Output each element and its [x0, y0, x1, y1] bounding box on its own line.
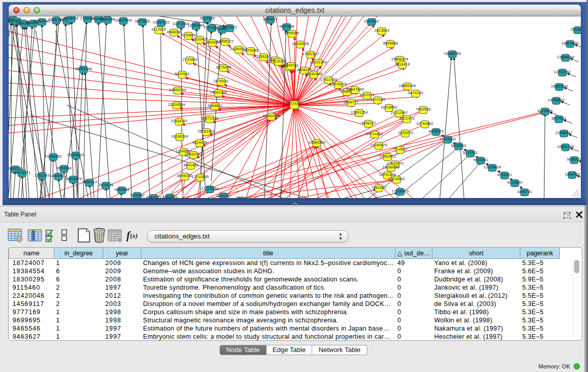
svg-text:18196204: 18196204: [171, 134, 188, 139]
svg-text:3484601: 3484601: [207, 103, 222, 108]
svg-text:23182845: 23182845: [305, 72, 322, 76]
svg-text:15171716: 15171716: [201, 116, 218, 121]
svg-text:8835373: 8835373: [428, 129, 443, 134]
svg-text:24002180: 24002180: [210, 90, 227, 95]
svg-text:8434500: 8434500: [507, 180, 522, 185]
svg-text:9517485: 9517485: [200, 16, 214, 20]
svg-text:21534287: 21534287: [170, 119, 187, 123]
svg-text:15188935: 15188935: [382, 165, 399, 169]
svg-text:9997381: 9997381: [473, 158, 488, 162]
svg-text:1848731: 1848731: [517, 189, 532, 194]
svg-text:2876932: 2876932: [213, 79, 228, 83]
svg-text:22039534: 22039534: [168, 102, 185, 107]
svg-text:6692553: 6692553: [451, 143, 466, 148]
svg-text:17351517: 17351517: [302, 52, 319, 56]
svg-text:1954280: 1954280: [564, 172, 579, 177]
svg-text:13218542: 13218542: [388, 177, 405, 181]
svg-text:18647849: 18647849: [346, 87, 363, 92]
svg-text:7110622: 7110622: [393, 147, 408, 151]
svg-text:18300295: 18300295: [263, 114, 279, 118]
svg-text:15933742: 15933742: [185, 152, 202, 157]
svg-text:20454812: 20454812: [379, 154, 396, 159]
svg-text:16550190: 16550190: [551, 84, 568, 89]
svg-text:12762152: 12762152: [554, 70, 571, 74]
svg-text:10744682: 10744682: [416, 121, 433, 126]
svg-text:9436429: 9436429: [567, 157, 581, 162]
svg-text:14076817: 14076817: [232, 198, 249, 198]
svg-text:4117625: 4117625: [151, 27, 166, 32]
svg-text:7462506: 7462506: [416, 107, 430, 112]
svg-text:13586084: 13586084: [557, 55, 574, 59]
svg-text:21437202: 21437202: [153, 20, 169, 25]
svg-text:12710895: 12710895: [191, 174, 208, 179]
svg-text:6207974: 6207974: [359, 93, 374, 97]
svg-text:11818692: 11818692: [381, 105, 398, 110]
svg-text:6855396: 6855396: [284, 31, 299, 35]
svg-text:4841005: 4841005: [146, 195, 161, 198]
svg-text:16199635: 16199635: [292, 41, 309, 46]
svg-text:1028374: 1028374: [398, 130, 412, 135]
svg-text:14785687: 14785687: [548, 98, 564, 102]
svg-text:14569244: 14569244: [169, 87, 186, 92]
svg-text:18724007: 18724007: [286, 101, 302, 106]
svg-text:2813543: 2813543: [374, 28, 389, 33]
svg-text:13078418: 13078418: [484, 165, 500, 169]
svg-text:17411939: 17411939: [320, 77, 337, 82]
svg-text:4553384: 4553384: [56, 166, 71, 170]
svg-text:19384554: 19384554: [308, 140, 325, 145]
svg-text:6007072: 6007072: [222, 25, 237, 30]
svg-text:21068782: 21068782: [45, 154, 61, 159]
svg-text:6543670: 6543670: [162, 194, 177, 198]
svg-text:6596150: 6596150: [177, 173, 192, 178]
svg-text:3472189: 3472189: [370, 97, 385, 102]
svg-text:10841248: 10841248: [557, 144, 574, 149]
svg-text:2074176: 2074176: [98, 183, 113, 187]
svg-text:5171761: 5171761: [463, 150, 477, 155]
svg-text:7361002: 7361002: [371, 185, 386, 190]
svg-text:6049101: 6049101: [284, 63, 298, 68]
svg-text:8082668: 8082668: [100, 17, 115, 21]
svg-text:5977931: 5977931: [551, 116, 566, 121]
svg-text:4946066: 4946066: [166, 30, 181, 34]
svg-text:2161193: 2161193: [35, 173, 50, 178]
svg-text:19740679: 19740679: [370, 143, 387, 147]
svg-text:15866294: 15866294: [391, 57, 408, 61]
svg-text:8761611: 8761611: [497, 172, 512, 177]
svg-text:9897858: 9897858: [279, 24, 294, 29]
svg-text:17106470: 17106470: [391, 189, 408, 193]
svg-text:22279371: 22279371: [13, 170, 30, 175]
svg-text:16818496: 16818496: [561, 41, 578, 46]
svg-text:8321474: 8321474: [399, 116, 414, 121]
svg-text:9996207: 9996207: [361, 121, 376, 125]
svg-text:3030113: 3030113: [82, 180, 97, 184]
svg-text:9877065: 9877065: [135, 19, 149, 24]
svg-text:5641923: 5641923: [183, 163, 198, 167]
svg-text:24714262: 24714262: [366, 132, 383, 136]
svg-text:2087682: 2087682: [364, 19, 379, 24]
svg-text:5437001: 5437001: [175, 72, 189, 76]
svg-text:21223584: 21223584: [201, 186, 218, 191]
svg-text:3564217: 3564217: [263, 17, 277, 21]
svg-text:26053346: 26053346: [75, 67, 92, 71]
svg-text:2566777: 2566777: [343, 100, 358, 104]
svg-text:(x): (x): [130, 232, 138, 239]
svg-text:16648784: 16648784: [444, 51, 461, 56]
svg-text:12653446: 12653446: [187, 23, 204, 28]
svg-text:22222957: 22222957: [390, 111, 407, 115]
svg-text:22548947: 22548947: [555, 130, 572, 135]
svg-text:25093019: 25093019: [67, 152, 84, 157]
svg-text:8896868: 8896868: [383, 41, 398, 46]
svg-text:18576076: 18576076: [330, 82, 346, 86]
svg-text:8670955: 8670955: [243, 48, 258, 53]
svg-text:15891254: 15891254: [351, 110, 367, 115]
svg-text:9548432: 9548432: [63, 16, 78, 20]
svg-text:1120642: 1120642: [130, 193, 145, 198]
svg-text:14456272: 14456272: [216, 39, 233, 43]
svg-text:11016911: 11016911: [440, 137, 456, 141]
svg-text:4594297: 4594297: [216, 193, 231, 198]
svg-text:11871534: 11871534: [172, 21, 189, 26]
svg-text:4524499: 4524499: [192, 140, 207, 145]
svg-text:2737893: 2737893: [182, 57, 197, 62]
svg-text:4818418: 4818418: [395, 62, 409, 67]
svg-text:16685149: 16685149: [399, 83, 416, 88]
